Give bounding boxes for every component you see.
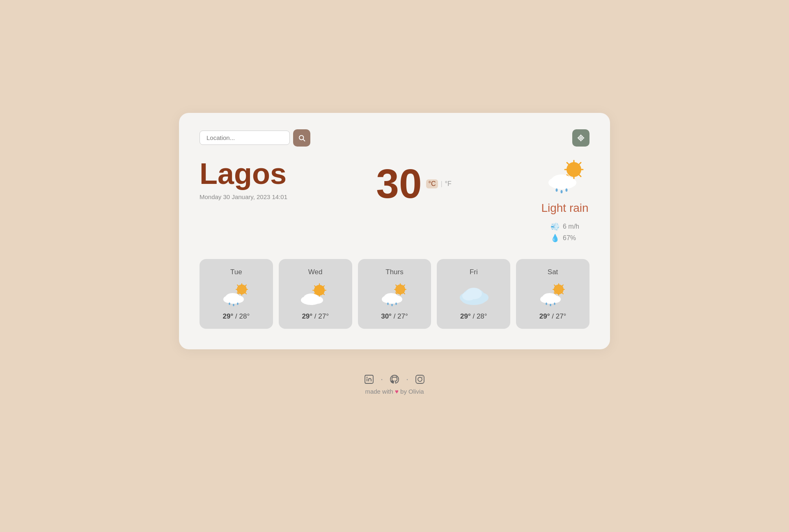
svg-line-25 bbox=[237, 285, 239, 286]
forecast-day-4: Sat bbox=[548, 268, 558, 276]
location-icon bbox=[577, 134, 585, 142]
instagram-icon[interactable] bbox=[415, 374, 425, 384]
svg-line-54 bbox=[396, 285, 397, 286]
celsius-button[interactable]: °C bbox=[426, 179, 438, 188]
weather-condition: Light rain bbox=[541, 202, 588, 215]
forecast-icon-3 bbox=[457, 282, 490, 307]
forecast-card-4: Sat bbox=[516, 259, 589, 329]
city-name: Lagos bbox=[200, 159, 287, 188]
svg-point-16 bbox=[550, 179, 575, 189]
svg-line-76 bbox=[554, 285, 555, 286]
weather-meta: 💨 6 m/h 💧 67% bbox=[550, 222, 579, 243]
weather-card: Lagos Monday 30 January, 2023 14:01 30 °… bbox=[179, 113, 610, 349]
svg-point-19 bbox=[566, 188, 568, 192]
forecast-card-1: Wed bbox=[279, 259, 352, 329]
github-icon[interactable] bbox=[390, 374, 399, 384]
separator-1: · bbox=[381, 374, 383, 385]
svg-point-2 bbox=[580, 137, 582, 139]
temperature-value: 30 bbox=[376, 163, 422, 204]
forecast-temp-4: 29° / 27° bbox=[539, 312, 567, 321]
weather-info: Light rain 💨 6 m/h 💧 67% bbox=[540, 159, 589, 243]
svg-line-10 bbox=[579, 175, 581, 177]
forecast-temp-0: 29° / 28° bbox=[223, 312, 250, 321]
forecast-temp-3: 29° / 28° bbox=[460, 312, 487, 321]
forecast-day-0: Tue bbox=[230, 268, 242, 276]
wind-icon: 💨 bbox=[550, 222, 560, 231]
forecast-icon-2 bbox=[378, 282, 411, 307]
svg-point-83 bbox=[542, 296, 559, 304]
forecast-icon-4 bbox=[537, 282, 569, 307]
forecast-day-3: Fri bbox=[470, 268, 478, 276]
forecast-icon-0 bbox=[220, 282, 252, 307]
svg-line-77 bbox=[562, 293, 563, 294]
search-input[interactable] bbox=[200, 131, 290, 145]
search-icon bbox=[298, 134, 305, 142]
svg-point-32 bbox=[225, 296, 242, 304]
separator-2: · bbox=[406, 374, 408, 385]
main-content: Lagos Monday 30 January, 2023 14:01 30 °… bbox=[200, 155, 589, 259]
wind-row: 💨 6 m/h bbox=[550, 222, 579, 231]
svg-point-92 bbox=[422, 376, 423, 377]
svg-point-84 bbox=[546, 303, 547, 305]
temp-units: °C | °F bbox=[426, 163, 452, 188]
forecast-temp-2: 30° / 27° bbox=[381, 312, 408, 321]
svg-point-86 bbox=[554, 303, 555, 305]
footer: · · made with ♥ by Olivia bbox=[364, 374, 425, 395]
page-wrapper: Lagos Monday 30 January, 2023 14:01 30 °… bbox=[0, 0, 789, 532]
svg-point-34 bbox=[233, 304, 235, 306]
forecast-icon-1 bbox=[299, 282, 332, 307]
footer-text: made with ♥ by Olivia bbox=[365, 388, 424, 395]
svg-point-48 bbox=[302, 298, 320, 305]
heart-icon: ♥ bbox=[395, 388, 400, 395]
header-row bbox=[200, 129, 589, 147]
humidity-icon: 💧 bbox=[550, 234, 560, 243]
svg-point-62 bbox=[387, 303, 389, 305]
svg-point-35 bbox=[237, 303, 239, 305]
svg-rect-90 bbox=[416, 375, 424, 383]
city-section: Lagos Monday 30 January, 2023 14:01 bbox=[200, 159, 287, 200]
svg-line-41 bbox=[314, 286, 316, 287]
svg-line-27 bbox=[245, 285, 246, 286]
forecast-card-3: Fri 29° / 28° bbox=[437, 259, 510, 329]
unit-divider: | bbox=[440, 180, 442, 188]
svg-point-85 bbox=[550, 304, 551, 306]
forecast-card-0: Tue bbox=[200, 259, 273, 329]
forecast-day-2: Thurs bbox=[385, 268, 403, 276]
forecast-day-1: Wed bbox=[308, 268, 323, 276]
svg-point-18 bbox=[561, 190, 563, 193]
forecast-card-2: Thurs bbox=[358, 259, 431, 329]
search-bar bbox=[200, 129, 310, 147]
search-button[interactable] bbox=[293, 129, 310, 147]
svg-line-55 bbox=[404, 293, 405, 294]
svg-point-61 bbox=[384, 296, 400, 304]
svg-line-42 bbox=[323, 294, 324, 295]
humidity-row: 💧 67% bbox=[550, 234, 579, 243]
linkedin-icon[interactable] bbox=[364, 374, 374, 384]
temp-section: 30 °C | °F bbox=[376, 159, 452, 204]
svg-point-3 bbox=[579, 135, 583, 140]
svg-line-9 bbox=[567, 163, 569, 164]
svg-line-78 bbox=[562, 285, 563, 286]
humidity-value: 67% bbox=[563, 234, 576, 242]
current-weather-icon bbox=[540, 159, 589, 196]
forecast-row: Tue bbox=[200, 259, 589, 329]
svg-point-64 bbox=[395, 303, 397, 305]
svg-point-91 bbox=[418, 377, 422, 381]
forecast-temp-1: 29° / 27° bbox=[302, 312, 329, 321]
svg-line-11 bbox=[579, 163, 581, 164]
svg-line-1 bbox=[303, 139, 305, 141]
svg-point-70 bbox=[462, 291, 475, 300]
svg-line-26 bbox=[245, 293, 246, 294]
svg-point-33 bbox=[229, 303, 231, 305]
svg-line-56 bbox=[404, 285, 405, 286]
fahrenheit-button[interactable]: °F bbox=[445, 180, 452, 188]
wind-value: 6 m/h bbox=[563, 223, 579, 230]
svg-point-63 bbox=[391, 304, 393, 306]
svg-line-43 bbox=[323, 286, 324, 287]
city-date: Monday 30 January, 2023 14:01 bbox=[200, 193, 287, 200]
location-button[interactable] bbox=[572, 129, 589, 147]
svg-point-17 bbox=[556, 188, 558, 192]
footer-social-icons: · · bbox=[364, 374, 425, 385]
